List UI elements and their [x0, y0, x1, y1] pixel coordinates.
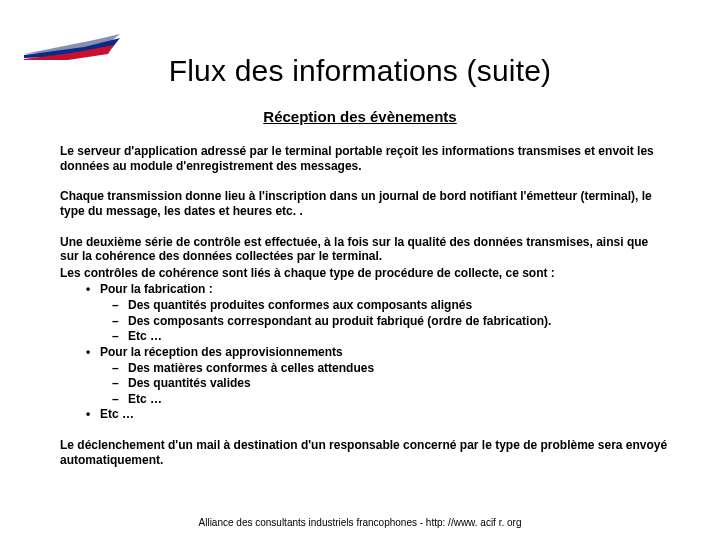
list-item: Des quantités produites conformes aux co…: [100, 298, 670, 313]
list-item: Des composants correspondant au produit …: [100, 314, 670, 329]
list-item: Etc …: [100, 329, 670, 344]
list-item: Des matières conformes à celles attendue…: [100, 361, 670, 376]
slide: Flux des informations (suite) Réception …: [0, 0, 720, 540]
sub-list: Des matières conformes à celles attendue…: [100, 361, 670, 407]
list-item: Etc …: [100, 392, 670, 407]
list-item-label: Pour la réception des approvisionnements: [100, 345, 343, 359]
paragraph: Une deuxième série de contrôle est effec…: [60, 235, 670, 264]
paragraph: Chaque transmission donne lieu à l'inscr…: [60, 189, 670, 218]
list-item-label: Pour la fabrication :: [100, 282, 213, 296]
slide-title: Flux des informations (suite): [0, 54, 720, 88]
slide-footer: Alliance des consultants industriels fra…: [0, 517, 720, 528]
slide-body: Le serveur d'application adressé par le …: [60, 144, 670, 483]
paragraph: Le déclenchement d'un mail à destination…: [60, 438, 670, 467]
bullet-list: Pour la fabrication : Des quantités prod…: [60, 282, 670, 422]
list-item: Etc …: [60, 407, 670, 422]
list-item: Pour la fabrication : Des quantités prod…: [60, 282, 670, 344]
paragraph: Les contrôles de cohérence sont liés à c…: [60, 266, 670, 281]
list-item: Pour la réception des approvisionnements…: [60, 345, 670, 407]
slide-subtitle: Réception des évènements: [0, 108, 720, 125]
paragraph: Le serveur d'application adressé par le …: [60, 144, 670, 173]
list-item: Des quantités valides: [100, 376, 670, 391]
sub-list: Des quantités produites conformes aux co…: [100, 298, 670, 344]
